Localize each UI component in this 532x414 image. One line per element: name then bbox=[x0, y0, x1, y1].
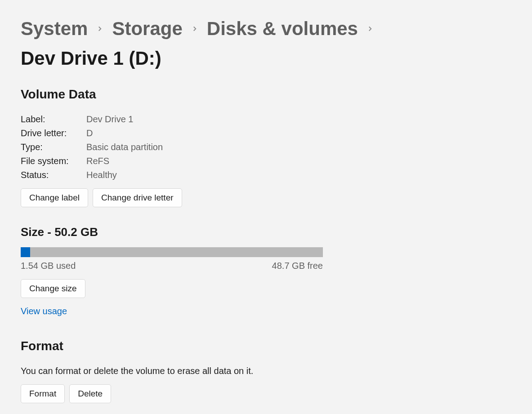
row-filesystem: File system: ReFS bbox=[21, 156, 511, 166]
breadcrumb-storage[interactable]: Storage bbox=[112, 18, 182, 40]
view-usage-link[interactable]: View usage bbox=[21, 306, 67, 316]
format-buttons: Format Delete bbox=[21, 384, 511, 403]
drive-letter-value: D bbox=[86, 128, 93, 138]
label-value: Dev Drive 1 bbox=[86, 114, 133, 125]
row-status: Status: Healthy bbox=[21, 170, 511, 180]
format-button[interactable]: Format bbox=[21, 384, 65, 403]
size-section: Size - 50.2 GB 1.54 GB used 48.7 GB free… bbox=[21, 225, 511, 316]
row-label: Label: Dev Drive 1 bbox=[21, 114, 511, 125]
volume-data-heading: Volume Data bbox=[21, 87, 511, 102]
free-label: 48.7 GB free bbox=[272, 261, 323, 271]
format-description: You can format or delete the volume to e… bbox=[21, 366, 511, 376]
change-size-button[interactable]: Change size bbox=[21, 279, 85, 298]
format-heading: Format bbox=[21, 339, 511, 353]
change-label-button[interactable]: Change label bbox=[21, 188, 88, 207]
type-key: Type: bbox=[21, 142, 86, 152]
breadcrumb-disks-volumes[interactable]: Disks & volumes bbox=[207, 18, 358, 40]
size-buttons: Change size bbox=[21, 279, 511, 298]
usage-row: 1.54 GB used 48.7 GB free bbox=[21, 261, 323, 271]
status-key: Status: bbox=[21, 170, 86, 180]
change-drive-letter-button[interactable]: Change drive letter bbox=[93, 188, 182, 207]
used-label: 1.54 GB used bbox=[21, 261, 76, 271]
volume-data-buttons: Change label Change drive letter bbox=[21, 188, 511, 207]
drive-letter-key: Drive letter: bbox=[21, 128, 86, 138]
row-drive-letter: Drive letter: D bbox=[21, 128, 511, 138]
storage-progress-fill bbox=[21, 247, 30, 257]
label-key: Label: bbox=[21, 114, 86, 125]
storage-progress-bar bbox=[21, 247, 323, 257]
filesystem-value: ReFS bbox=[86, 156, 109, 166]
size-heading: Size - 50.2 GB bbox=[21, 225, 511, 239]
chevron-right-icon bbox=[191, 25, 199, 33]
filesystem-key: File system: bbox=[21, 156, 86, 166]
breadcrumb: System Storage Disks & volumes Dev Drive… bbox=[21, 18, 511, 69]
chevron-right-icon bbox=[96, 25, 104, 33]
type-value: Basic data partition bbox=[86, 142, 163, 152]
breadcrumb-current: Dev Drive 1 (D:) bbox=[21, 48, 161, 69]
status-value: Healthy bbox=[86, 170, 117, 180]
volume-data-section: Volume Data Label: Dev Drive 1 Drive let… bbox=[21, 87, 511, 207]
delete-button[interactable]: Delete bbox=[69, 384, 111, 403]
volume-data-table: Label: Dev Drive 1 Drive letter: D Type:… bbox=[21, 114, 511, 180]
breadcrumb-system[interactable]: System bbox=[21, 18, 88, 40]
row-type: Type: Basic data partition bbox=[21, 142, 511, 152]
format-section: Format You can format or delete the volu… bbox=[21, 339, 511, 403]
chevron-right-icon bbox=[366, 25, 374, 33]
